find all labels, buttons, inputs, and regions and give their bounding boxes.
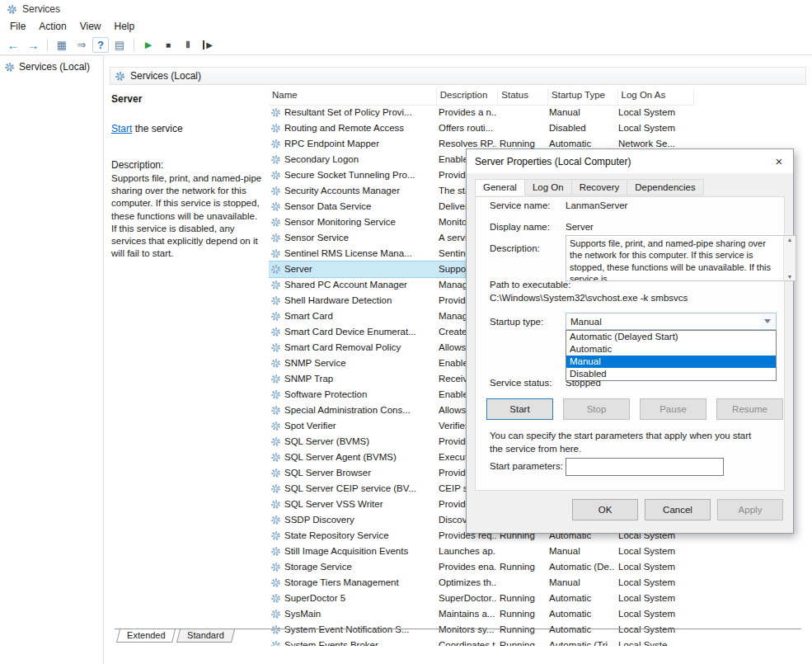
service-name-cell: Storage Tiers Management (269, 577, 435, 589)
forward-arrow-icon[interactable]: → (24, 36, 42, 53)
tab-dependencies[interactable]: Dependencies (627, 179, 704, 195)
pause-service-icon[interactable]: Ⅱ (179, 36, 197, 53)
service-name-cell: Sentinel RMS License Mana... (269, 247, 435, 260)
service-description-cell: Launches ap... (435, 545, 496, 558)
menu-file[interactable]: File (3, 19, 32, 34)
description-field-label: Description: (490, 243, 540, 253)
service-status-cell (496, 577, 546, 589)
service-gear-icon (270, 530, 281, 541)
dropdown-option[interactable]: Disabled (566, 368, 776, 380)
service-status-label: Service status: (490, 378, 552, 388)
service-gear-icon (270, 154, 281, 165)
column-header-log-on-as[interactable]: Log On As (618, 88, 694, 105)
toolbar-separator (134, 39, 134, 51)
service-name-cell: Secondary Logon (269, 153, 435, 166)
service-startup-cell: Disabled (546, 122, 615, 134)
resume-button[interactable]: Resume (716, 398, 783, 420)
service-name-cell: Software Protection (269, 389, 435, 401)
service-status-cell: Running (496, 592, 546, 605)
table-row[interactable]: Resultant Set of Policy Provi...Provides… (269, 105, 694, 120)
description-textbox[interactable]: Supports file, print, and named-pipe sha… (566, 235, 796, 281)
chevron-down-icon[interactable] (760, 314, 775, 328)
service-gear-icon (270, 123, 281, 134)
dropdown-option[interactable]: Manual (566, 356, 776, 368)
description-scrollbar[interactable]: ▲ ▼ (783, 236, 796, 280)
tree-item-services-local[interactable]: Services (Local) (0, 56, 103, 78)
tab-general[interactable]: General (475, 179, 525, 195)
service-gear-icon (270, 186, 281, 196)
service-gear-icon (270, 342, 281, 353)
service-name-cell: Smart Card Device Enumerat... (269, 326, 435, 338)
service-name-cell: Sensor Monitoring Service (269, 216, 435, 228)
tab-log-on[interactable]: Log On (524, 179, 572, 195)
service-name-cell: SQL Server VSS Writer (269, 498, 435, 511)
apply-button[interactable]: Apply (717, 499, 783, 520)
service-name-cell: Sensor Data Service (269, 200, 435, 213)
service-status-cell (496, 122, 546, 134)
close-icon[interactable]: × (765, 149, 793, 173)
column-header-description[interactable]: Description (437, 88, 499, 105)
service-name-cell: Secure Socket Tunneling Pro... (269, 169, 435, 181)
table-row[interactable]: Storage ServiceProvides ena...RunningAut… (269, 559, 694, 575)
service-name-cell: Still Image Acquisition Events (269, 545, 435, 558)
tab-extended[interactable]: Extended (116, 629, 176, 643)
restart-service-icon[interactable]: ▶ (199, 36, 217, 53)
menu-action[interactable]: Action (32, 19, 73, 34)
service-description-cell: Provides a n... (435, 106, 496, 119)
display-name-value: Server (566, 222, 594, 232)
start-parameters-input[interactable] (566, 458, 724, 476)
service-name-cell: SQL Server Browser (269, 467, 435, 479)
service-name-cell: Smart Card Removal Policy (269, 341, 435, 354)
service-startup-cell: Manual (546, 577, 615, 589)
service-name-cell: State Repository Service (269, 530, 435, 542)
tab-standard[interactable]: Standard (176, 629, 235, 643)
back-arrow-icon[interactable]: ← (4, 36, 22, 53)
start-button[interactable]: Start (486, 398, 553, 420)
table-row[interactable]: SysMainMaintains a...RunningAutomaticLoc… (269, 606, 694, 622)
tab-recovery[interactable]: Recovery (571, 179, 628, 195)
startup-type-label: Startup type: (490, 317, 543, 327)
service-name-cell: SQL Server CEIP service (BV... (269, 483, 435, 495)
startup-type-combobox[interactable]: Manual (566, 313, 777, 330)
start-service-icon[interactable]: ▶ (139, 36, 157, 53)
table-row[interactable]: SuperDoctor 5SuperDoctor...RunningAutoma… (269, 591, 694, 606)
start-service-link[interactable]: Start (111, 123, 132, 134)
scroll-up-icon[interactable]: ▲ (787, 236, 793, 243)
service-description-cell: Maintains a... (435, 608, 496, 620)
service-startup-cell: Manual (546, 545, 615, 558)
menu-view[interactable]: View (73, 19, 108, 34)
dropdown-option[interactable]: Automatic (566, 343, 776, 356)
stop-button[interactable]: Stop (563, 398, 630, 420)
properties-icon[interactable]: ▤ (110, 36, 129, 53)
ok-button[interactable]: OK (572, 499, 638, 520)
menu-help[interactable]: Help (108, 19, 142, 34)
pause-button[interactable]: Pause (640, 398, 706, 420)
export-list-icon[interactable]: ⇒ (73, 36, 91, 53)
selected-service-title: Server (111, 93, 263, 105)
service-name-cell: SNMP Service (269, 357, 435, 370)
service-gear-icon (270, 436, 281, 447)
column-header-status[interactable]: Status (498, 88, 548, 105)
service-gear-icon (270, 233, 281, 243)
service-name-cell: Spot Verifier (269, 420, 435, 432)
scroll-down-icon[interactable]: ▼ (787, 273, 793, 280)
column-header-startup-type[interactable]: Startup Type (548, 88, 618, 105)
table-row[interactable]: Still Image Acquisition EventsLaunches a… (269, 544, 694, 559)
show-console-tree-icon[interactable]: ▦ (53, 36, 71, 53)
service-logon-cell: Local System (615, 577, 691, 589)
table-row[interactable]: Routing and Remote AccessOffers routi...… (269, 120, 694, 136)
description-label: Description: (111, 159, 263, 171)
table-row[interactable]: Storage Tiers ManagementOptimizes th...M… (269, 575, 694, 591)
service-startup-cell: Automatic (546, 608, 615, 620)
service-status-cell: Running (496, 608, 546, 620)
cancel-button[interactable]: Cancel (645, 499, 711, 520)
console-tree-pane: Services (Local) (0, 55, 104, 664)
extended-panel: Server Start the service Description: Su… (111, 93, 263, 260)
service-name-cell: Server (269, 263, 435, 275)
service-gear-icon (270, 358, 281, 369)
service-logon-cell: Local System (615, 122, 691, 134)
stop-service-icon[interactable]: ■ (159, 36, 177, 53)
help-icon[interactable]: ? (92, 37, 109, 53)
column-header-name[interactable]: Name ˆ (269, 88, 437, 105)
dropdown-option[interactable]: Automatic (Delayed Start) (566, 331, 776, 343)
